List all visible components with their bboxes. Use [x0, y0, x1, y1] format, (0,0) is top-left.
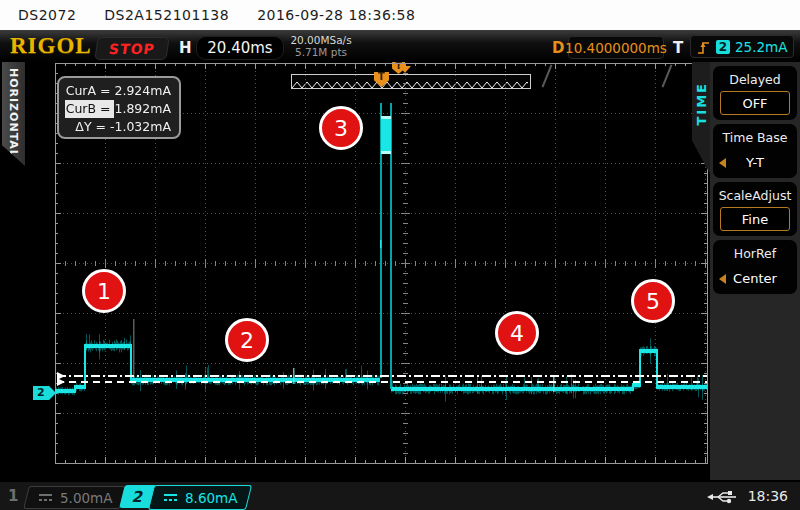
cursor-delta-row: ΔY = -1.032mA [65, 118, 173, 136]
cursor-b-row: CurB = 1.892mA [65, 100, 173, 118]
cursor-a-line[interactable] [57, 375, 707, 377]
channel1-badge[interactable]: 5.00mA [23, 486, 126, 509]
oscilloscope-screen: DS2072 DS2A152101138 2016-09-28 18:36:58… [0, 0, 800, 510]
cursor-b-line[interactable] [57, 381, 707, 383]
menu-item-scaleadjust[interactable]: ScaleAdjust Fine [713, 182, 797, 236]
cursor-delta-value: -1.032mA [110, 118, 173, 136]
menu-item-value: Center [716, 267, 794, 289]
channel1-scale: 5.00mA [60, 490, 112, 506]
channel1-number[interactable]: 1 [8, 487, 18, 505]
horizontal-center-marker [399, 66, 411, 73]
menu-item-value: OFF [720, 91, 790, 115]
cursor-delta-label: ΔY = [65, 118, 110, 136]
callout-circle-1: 1 [82, 269, 126, 313]
callout-circle-4: 4 [495, 311, 539, 355]
menu-item-value: Y-T [716, 151, 794, 173]
left-arrow-icon [719, 274, 726, 284]
callout-circle-2: 2 [225, 318, 269, 362]
cursor-b-value: 1.892mA [114, 100, 173, 118]
channel2-scale: 8.60mA [185, 490, 237, 506]
dc-coupling-icon [39, 493, 52, 502]
cursor-readout-box: CurA = 2.924mA CurB = 1.892mA ΔY = -1.03… [57, 76, 181, 139]
usb-icon [706, 489, 740, 505]
tab-time-label: TIME [694, 82, 709, 126]
callout-circle-5: 5 [631, 279, 675, 323]
menu-item-label: Delayed [713, 66, 797, 87]
left-arrow-icon [719, 158, 726, 168]
channel2-badge[interactable]: 8.60mA [148, 485, 252, 510]
menu-item-delayed[interactable]: Delayed OFF [713, 66, 797, 120]
cursor-a-row: CurA = 2.924mA [65, 82, 173, 100]
menu-item-value: Fine [720, 207, 790, 231]
cursor-b-arrow [57, 378, 65, 386]
clock: 18:36 [748, 488, 788, 504]
callout-circle-3: 3 [319, 106, 363, 150]
soft-menu: Delayed OFF Time Base Y-T ScaleAdjust Fi… [710, 62, 800, 480]
menu-item-timebase[interactable]: Time Base Y-T [713, 124, 797, 178]
channel-status-bar: 1 5.00mA 2 8.60mA 18:36 [0, 480, 800, 510]
cursor-a-value: 2.924mA [114, 82, 173, 100]
cursor-a-label: CurA = [65, 82, 114, 100]
dc-coupling-icon [164, 493, 177, 502]
menu-item-label: HorRef [713, 240, 797, 261]
menu-item-horref[interactable]: HorRef Center [713, 240, 797, 294]
cursor-b-label: CurB = [65, 100, 114, 118]
menu-item-label: ScaleAdjust [713, 182, 797, 203]
menu-item-label: Time Base [713, 124, 797, 145]
